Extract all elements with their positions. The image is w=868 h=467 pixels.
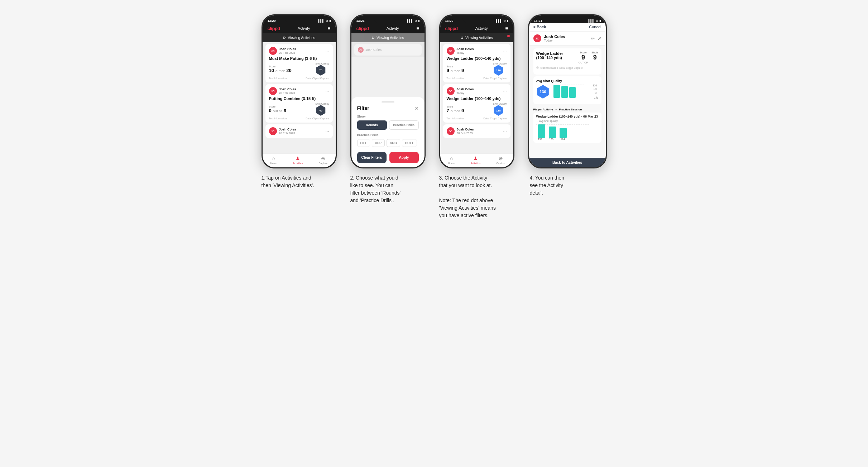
battery-icon-3: ▮ — [507, 19, 508, 23]
signal-icon-1: ▌▌▌ — [318, 19, 324, 23]
card-dots-1-3[interactable]: ··· — [325, 129, 329, 133]
phone-screen-2: 13:21 ▌▌▌ ⊙ ▮ clippd Activity ≡ ⚙ Viewin… — [351, 15, 425, 167]
back-button-4[interactable]: < Back — [533, 25, 546, 29]
viewing-activities-bar-2[interactable]: ⚙ Viewing Activities — [351, 33, 425, 42]
card-dots-3-2[interactable]: ··· — [503, 89, 507, 93]
fullscreen-icon-4[interactable]: ⤢ — [598, 36, 601, 41]
user-details-1-3: Josh Coles 28 Feb 2023 — [279, 128, 296, 135]
sq-group-1-2: Shot Quality 45 — [315, 103, 329, 116]
viewing-activities-bar-1[interactable]: ⚙ Viewing Activities — [263, 33, 336, 42]
score-group-1-1: Score 10 OUT OF 20 — [269, 65, 292, 73]
activity-card-1-1[interactable]: JC Josh Coles 28 Feb 2023 ··· Must Make … — [265, 44, 333, 82]
tab-capture-3[interactable]: ⊕ Capture — [496, 156, 505, 165]
back-to-activities-button-4[interactable]: Back to Activities — [529, 158, 606, 167]
phone-col-2: 13:21 ▌▌▌ ⊙ ▮ clippd Activity ≡ ⚙ Viewin… — [349, 14, 427, 204]
user-name-1-2: Josh Coles — [279, 87, 296, 91]
menu-icon-3[interactable]: ≡ — [505, 25, 508, 31]
outof-label-4: OUT OF — [579, 61, 588, 64]
user-date-3-3: 28 Feb 2023 — [457, 132, 474, 135]
mini-bar-label-2-4: 129 — [549, 138, 553, 140]
chart-100-label-4: 100 — [593, 88, 597, 90]
phone-notch-2 — [374, 15, 402, 23]
detail-nav-4: < Back Cancel — [529, 23, 606, 32]
info-right-1-1: Data: Clippd Capture — [306, 77, 329, 80]
user-details-1-1: Josh Coles 28 Feb 2023 — [279, 47, 296, 54]
bottom-tabs-1: ⌂ Home ♟ Activities ⊕ Capture — [263, 153, 336, 167]
phone-col-4: 13:21 ▌▌▌ ⊙ ▮ < Back Cancel JC Josh — [526, 14, 609, 197]
activity-card-1-2[interactable]: JC Josh Coles 28 Feb 2023 ··· Putting Co… — [265, 84, 333, 123]
tab-activities-1[interactable]: ♟ Activities — [293, 156, 303, 165]
status-time-2: 13:21 — [356, 19, 365, 23]
card-footer-3-2: Test Information Data: Clippd Capture — [447, 117, 507, 120]
avatar-3-3: JC — [447, 127, 455, 135]
user-date-1-2: 28 Feb 2023 — [279, 91, 296, 95]
mini-chart-wrap-4: 132 129 124 — [536, 124, 599, 140]
phone-frame-3: 13:20 ▌▌▌ ⊙ ▮ clippd Activity ≡ ⚙ Viewin… — [439, 14, 514, 168]
modal-actions-2: Clear Filters Apply — [357, 152, 419, 163]
mini-act-subtitle-4: → Avg Shot Quality — [536, 120, 599, 122]
card-user-info-3-1: JC Josh Coles Today — [447, 47, 474, 55]
hexagon-1-2: 45 — [315, 105, 326, 116]
viewing-activities-bar-3[interactable]: ⚙ Viewing Activities — [440, 33, 513, 42]
card-header-1-2: JC Josh Coles 28 Feb 2023 ··· — [269, 87, 329, 95]
card-dots-3-3[interactable]: ··· — [503, 129, 507, 133]
activity-card-3-2[interactable]: JC Josh Coles Today ··· Wedge Ladder (10… — [443, 84, 510, 123]
caption-1: 1.Tap on Activities and then 'Viewing Ac… — [262, 174, 337, 189]
blurred-card-2: JC Josh Coles — [354, 44, 422, 56]
close-icon-2[interactable]: ✕ — [414, 105, 419, 111]
drill-ott-2[interactable]: OTT — [357, 139, 370, 147]
card-stats-1-2: Score 0 OUT OF 9 Shot Quality 45 — [269, 103, 329, 116]
tab-activities-3[interactable]: ♟ Activities — [471, 156, 481, 165]
svg-rect-5 — [549, 127, 556, 138]
practice-drills-toggle-2[interactable]: Practice Drills — [389, 120, 419, 130]
signal-icon-2: ▌▌▌ — [407, 19, 413, 23]
caption-2: 2. Choose what you'd like to see. You ca… — [350, 174, 426, 204]
activity-name-1-1: Must Make Putting (3-6 ft) — [269, 56, 329, 61]
avatar-3-1: JC — [447, 47, 455, 55]
activity-card-1-3[interactable]: JC Josh Coles 28 Feb 2023 ··· — [265, 124, 333, 138]
mini-chart-svg-4 — [536, 124, 590, 138]
svg-rect-6 — [560, 128, 567, 138]
card-header-3-1: JC Josh Coles Today ··· — [447, 47, 507, 55]
phone-frame-2: 13:21 ▌▌▌ ⊙ ▮ clippd Activity ≡ ⚙ Viewin… — [350, 14, 426, 168]
info-text2-4: Data: Clippd Capture — [559, 67, 582, 69]
chart-0-label-4: 0 — [596, 96, 597, 98]
activity-card-3-1[interactable]: JC Josh Coles Today ··· Wedge Ladder (10… — [443, 44, 510, 82]
mini-activity-card-4[interactable]: Wedge Ladder (100–140 yds) - 06 Mar 23 →… — [533, 113, 601, 143]
cancel-button-4[interactable]: Cancel — [589, 25, 601, 29]
home-label-1: Home — [270, 162, 277, 165]
edit-icon-4[interactable]: ✏ — [591, 36, 595, 41]
drill-app-2[interactable]: APP — [372, 139, 385, 147]
activities-list-3: JC Josh Coles Today ··· Wedge Ladder (10… — [440, 42, 513, 153]
card-dots-1-1[interactable]: ··· — [325, 49, 329, 53]
home-label-3: Home — [448, 162, 455, 165]
card-dots-1-2[interactable]: ··· — [325, 89, 329, 93]
rounds-toggle-2[interactable]: Rounds — [357, 120, 387, 130]
filter-icon-3: ⚙ — [460, 36, 464, 40]
activities-label-3: Activities — [471, 162, 481, 165]
clear-filters-button-2[interactable]: Clear Filters — [357, 152, 387, 163]
phones-row: 13:20 ▌▌▌ ⊙ ▮ clippd Activity ≡ ⚙ Viewin… — [260, 14, 609, 219]
card-user-info-3-2: JC Josh Coles Today — [447, 87, 474, 95]
activity-card-3-3[interactable]: JC Josh Coles 28 Feb 2023 ··· — [443, 124, 510, 138]
drill-arg-2[interactable]: ARG — [387, 139, 400, 147]
tab-home-1[interactable]: ⌂ Home — [270, 156, 277, 165]
activity-name-3-1: Wedge Ladder (100–140 yds) — [447, 56, 507, 61]
detail-user-details-4: Josh Coles Today — [544, 34, 565, 42]
menu-icon-1[interactable]: ≡ — [327, 25, 330, 31]
sq-chart-4: 130 100 50 0 APP — [553, 84, 599, 99]
tab-capture-1[interactable]: ⊕ Capture — [318, 156, 327, 165]
logo-2: clippd — [356, 26, 369, 31]
score-label-3-2: Score — [447, 105, 464, 108]
card-dots-3-1[interactable]: ··· — [503, 49, 507, 53]
sq-label-1-1: Shot Quality — [315, 62, 329, 65]
logo-1: clippd — [268, 26, 280, 31]
user-date-3-1: Today — [457, 51, 474, 54]
outof-3-2: OUT OF — [451, 110, 460, 113]
menu-icon-2[interactable]: ≡ — [416, 25, 419, 31]
user-name-1-1: Josh Coles — [279, 47, 296, 51]
apply-button-2[interactable]: Apply — [389, 152, 419, 163]
drill-putt-2[interactable]: PUTT — [402, 139, 417, 147]
tab-home-3[interactable]: ⌂ Home — [448, 156, 455, 165]
caption-3: 3. Choose the Activity that you want to … — [439, 174, 514, 219]
